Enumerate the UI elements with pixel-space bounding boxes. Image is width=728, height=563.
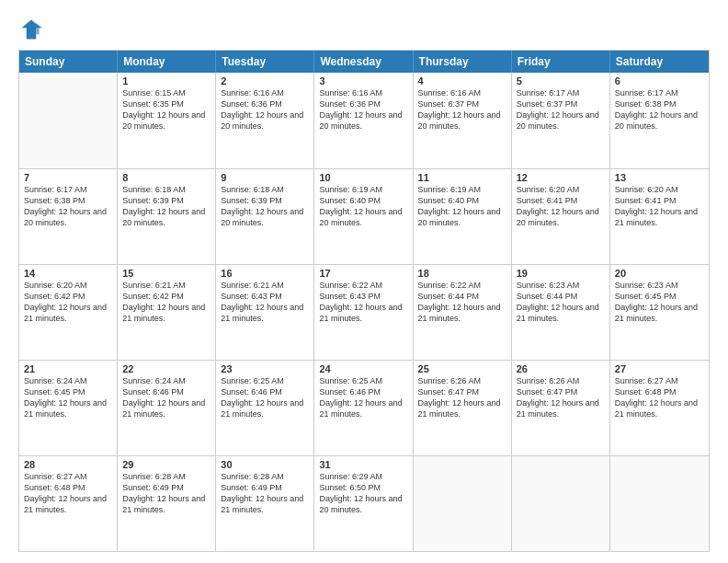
weekday-header-monday: Monday bbox=[118, 51, 216, 73]
empty-cell bbox=[610, 456, 709, 551]
week-row-1: 1Sunrise: 6:15 AM Sunset: 6:35 PM Daylig… bbox=[19, 73, 709, 168]
cell-info: Sunrise: 6:28 AM Sunset: 6:49 PM Dayligh… bbox=[122, 471, 210, 516]
cell-info: Sunrise: 6:28 AM Sunset: 6:49 PM Dayligh… bbox=[221, 471, 309, 516]
day-cell-7: 7Sunrise: 6:17 AM Sunset: 6:38 PM Daylig… bbox=[19, 169, 118, 264]
day-cell-24: 24Sunrise: 6:25 AM Sunset: 6:46 PM Dayli… bbox=[314, 361, 413, 455]
day-cell-6: 6Sunrise: 6:17 AM Sunset: 6:38 PM Daylig… bbox=[610, 73, 709, 168]
day-cell-25: 25Sunrise: 6:26 AM Sunset: 6:47 PM Dayli… bbox=[414, 361, 512, 455]
empty-cell bbox=[19, 73, 118, 168]
day-cell-8: 8Sunrise: 6:18 AM Sunset: 6:39 PM Daylig… bbox=[118, 169, 216, 264]
day-cell-5: 5Sunrise: 6:17 AM Sunset: 6:37 PM Daylig… bbox=[512, 73, 610, 168]
weekday-header-saturday: Saturday bbox=[610, 51, 709, 73]
week-row-2: 7Sunrise: 6:17 AM Sunset: 6:38 PM Daylig… bbox=[19, 168, 709, 264]
day-number: 16 bbox=[221, 268, 309, 279]
day-cell-20: 20Sunrise: 6:23 AM Sunset: 6:45 PM Dayli… bbox=[610, 265, 709, 360]
day-number: 5 bbox=[517, 75, 605, 86]
cell-info: Sunrise: 6:19 AM Sunset: 6:40 PM Dayligh… bbox=[418, 184, 506, 229]
calendar-body: 1Sunrise: 6:15 AM Sunset: 6:35 PM Daylig… bbox=[19, 73, 709, 551]
calendar: SundayMondayTuesdayWednesdayThursdayFrid… bbox=[18, 50, 710, 552]
day-number: 27 bbox=[615, 363, 704, 374]
day-cell-16: 16Sunrise: 6:21 AM Sunset: 6:43 PM Dayli… bbox=[216, 265, 314, 360]
day-number: 10 bbox=[319, 172, 407, 183]
cell-info: Sunrise: 6:21 AM Sunset: 6:43 PM Dayligh… bbox=[221, 280, 309, 325]
weekday-header-friday: Friday bbox=[512, 51, 610, 73]
cell-info: Sunrise: 6:16 AM Sunset: 6:36 PM Dayligh… bbox=[319, 87, 407, 132]
day-cell-18: 18Sunrise: 6:22 AM Sunset: 6:44 PM Dayli… bbox=[414, 265, 512, 360]
cell-info: Sunrise: 6:27 AM Sunset: 6:48 PM Dayligh… bbox=[615, 375, 704, 420]
day-cell-13: 13Sunrise: 6:20 AM Sunset: 6:41 PM Dayli… bbox=[610, 169, 709, 264]
day-number: 13 bbox=[615, 172, 704, 183]
day-number: 3 bbox=[319, 75, 407, 86]
day-number: 20 bbox=[615, 268, 704, 279]
day-number: 19 bbox=[517, 268, 605, 279]
cell-info: Sunrise: 6:18 AM Sunset: 6:39 PM Dayligh… bbox=[221, 184, 309, 229]
day-number: 31 bbox=[319, 459, 407, 470]
cell-info: Sunrise: 6:17 AM Sunset: 6:38 PM Dayligh… bbox=[24, 184, 112, 229]
calendar-header: SundayMondayTuesdayWednesdayThursdayFrid… bbox=[19, 51, 709, 73]
cell-info: Sunrise: 6:19 AM Sunset: 6:40 PM Dayligh… bbox=[319, 184, 407, 229]
day-number: 8 bbox=[122, 172, 210, 183]
day-cell-17: 17Sunrise: 6:22 AM Sunset: 6:43 PM Dayli… bbox=[314, 265, 413, 360]
cell-info: Sunrise: 6:24 AM Sunset: 6:46 PM Dayligh… bbox=[122, 375, 210, 420]
day-number: 18 bbox=[418, 268, 506, 279]
day-cell-4: 4Sunrise: 6:16 AM Sunset: 6:37 PM Daylig… bbox=[414, 73, 512, 168]
day-number: 4 bbox=[418, 75, 506, 86]
cell-info: Sunrise: 6:20 AM Sunset: 6:41 PM Dayligh… bbox=[517, 184, 605, 229]
week-row-4: 21Sunrise: 6:24 AM Sunset: 6:45 PM Dayli… bbox=[19, 360, 709, 455]
day-number: 11 bbox=[418, 172, 506, 183]
day-cell-15: 15Sunrise: 6:21 AM Sunset: 6:42 PM Dayli… bbox=[118, 265, 216, 360]
day-cell-31: 31Sunrise: 6:29 AM Sunset: 6:50 PM Dayli… bbox=[314, 456, 413, 551]
cell-info: Sunrise: 6:27 AM Sunset: 6:48 PM Dayligh… bbox=[24, 471, 112, 516]
weekday-header-tuesday: Tuesday bbox=[216, 51, 314, 73]
logo bbox=[18, 17, 48, 42]
day-number: 9 bbox=[221, 172, 309, 183]
day-number: 28 bbox=[24, 459, 112, 470]
day-number: 26 bbox=[517, 363, 605, 374]
weekday-header-thursday: Thursday bbox=[414, 51, 512, 73]
cell-info: Sunrise: 6:20 AM Sunset: 6:41 PM Dayligh… bbox=[615, 184, 704, 229]
cell-info: Sunrise: 6:23 AM Sunset: 6:45 PM Dayligh… bbox=[615, 280, 704, 325]
day-number: 25 bbox=[418, 363, 506, 374]
weekday-header-wednesday: Wednesday bbox=[314, 51, 413, 73]
day-number: 7 bbox=[24, 172, 112, 183]
cell-info: Sunrise: 6:29 AM Sunset: 6:50 PM Dayligh… bbox=[319, 471, 407, 516]
day-number: 6 bbox=[615, 75, 704, 86]
cell-info: Sunrise: 6:17 AM Sunset: 6:37 PM Dayligh… bbox=[517, 87, 605, 132]
cell-info: Sunrise: 6:26 AM Sunset: 6:47 PM Dayligh… bbox=[418, 375, 506, 420]
day-cell-19: 19Sunrise: 6:23 AM Sunset: 6:44 PM Dayli… bbox=[512, 265, 610, 360]
day-cell-26: 26Sunrise: 6:26 AM Sunset: 6:47 PM Dayli… bbox=[512, 361, 610, 455]
day-number: 30 bbox=[221, 459, 309, 470]
day-cell-9: 9Sunrise: 6:18 AM Sunset: 6:39 PM Daylig… bbox=[216, 169, 314, 264]
day-number: 22 bbox=[122, 363, 210, 374]
day-number: 21 bbox=[24, 363, 112, 374]
day-cell-28: 28Sunrise: 6:27 AM Sunset: 6:48 PM Dayli… bbox=[19, 456, 118, 551]
empty-cell bbox=[512, 456, 610, 551]
day-number: 12 bbox=[517, 172, 605, 183]
day-cell-21: 21Sunrise: 6:24 AM Sunset: 6:45 PM Dayli… bbox=[19, 361, 118, 455]
day-cell-22: 22Sunrise: 6:24 AM Sunset: 6:46 PM Dayli… bbox=[118, 361, 216, 455]
day-cell-27: 27Sunrise: 6:27 AM Sunset: 6:48 PM Dayli… bbox=[610, 361, 709, 455]
day-number: 24 bbox=[319, 363, 407, 374]
day-number: 1 bbox=[122, 75, 210, 86]
cell-info: Sunrise: 6:25 AM Sunset: 6:46 PM Dayligh… bbox=[221, 375, 309, 420]
day-cell-23: 23Sunrise: 6:25 AM Sunset: 6:46 PM Dayli… bbox=[216, 361, 314, 455]
logo-icon bbox=[18, 17, 44, 42]
day-cell-10: 10Sunrise: 6:19 AM Sunset: 6:40 PM Dayli… bbox=[314, 169, 413, 264]
day-number: 17 bbox=[319, 268, 407, 279]
cell-info: Sunrise: 6:17 AM Sunset: 6:38 PM Dayligh… bbox=[615, 87, 704, 132]
cell-info: Sunrise: 6:24 AM Sunset: 6:45 PM Dayligh… bbox=[24, 375, 112, 420]
day-cell-14: 14Sunrise: 6:20 AM Sunset: 6:42 PM Dayli… bbox=[19, 265, 118, 360]
cell-info: Sunrise: 6:25 AM Sunset: 6:46 PM Dayligh… bbox=[319, 375, 407, 420]
cell-info: Sunrise: 6:22 AM Sunset: 6:43 PM Dayligh… bbox=[319, 280, 407, 325]
cell-info: Sunrise: 6:23 AM Sunset: 6:44 PM Dayligh… bbox=[517, 280, 605, 325]
day-number: 15 bbox=[122, 268, 210, 279]
cell-info: Sunrise: 6:22 AM Sunset: 6:44 PM Dayligh… bbox=[418, 280, 506, 325]
cell-info: Sunrise: 6:18 AM Sunset: 6:39 PM Dayligh… bbox=[122, 184, 210, 229]
day-number: 29 bbox=[122, 459, 210, 470]
day-cell-12: 12Sunrise: 6:20 AM Sunset: 6:41 PM Dayli… bbox=[512, 169, 610, 264]
week-row-3: 14Sunrise: 6:20 AM Sunset: 6:42 PM Dayli… bbox=[19, 264, 709, 360]
day-cell-30: 30Sunrise: 6:28 AM Sunset: 6:49 PM Dayli… bbox=[216, 456, 314, 551]
day-number: 14 bbox=[24, 268, 112, 279]
day-cell-11: 11Sunrise: 6:19 AM Sunset: 6:40 PM Dayli… bbox=[414, 169, 512, 264]
cell-info: Sunrise: 6:16 AM Sunset: 6:37 PM Dayligh… bbox=[418, 87, 506, 132]
